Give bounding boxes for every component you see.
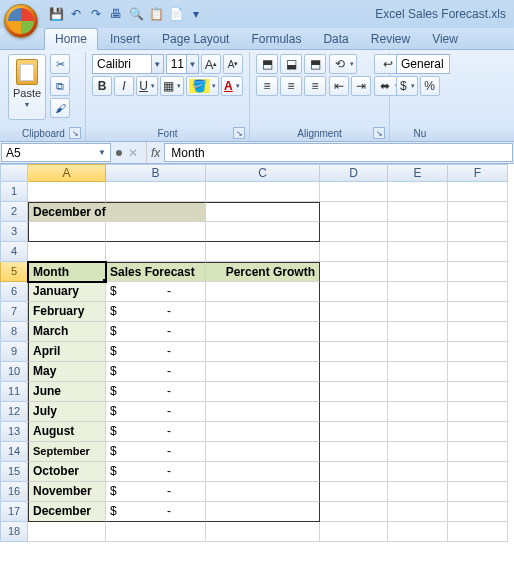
cell[interactable]: $-: [106, 282, 206, 302]
cell[interactable]: May: [28, 362, 106, 382]
cell[interactable]: October: [28, 462, 106, 482]
qat-icon-6[interactable]: 📋: [148, 6, 164, 22]
cell[interactable]: September: [28, 442, 106, 462]
cell[interactable]: $-: [106, 502, 206, 522]
redo-icon[interactable]: ↷: [88, 6, 104, 22]
align-top-button[interactable]: ⬒: [256, 54, 278, 74]
cell[interactable]: [106, 222, 206, 242]
cell[interactable]: [28, 242, 106, 262]
cell[interactable]: [206, 462, 320, 482]
align-left-button[interactable]: ≡: [256, 76, 278, 96]
font-launcher[interactable]: ↘: [233, 127, 245, 139]
cell[interactable]: [388, 302, 448, 322]
row-header[interactable]: 14: [0, 442, 28, 462]
percent-button[interactable]: %: [420, 76, 440, 96]
cell[interactable]: [206, 322, 320, 342]
cell[interactable]: [320, 202, 388, 222]
qat-icon-7[interactable]: 📄: [168, 6, 184, 22]
row-header[interactable]: 3: [0, 222, 28, 242]
fill-color-button[interactable]: 🪣: [186, 76, 218, 96]
cell[interactable]: [448, 382, 508, 402]
preview-icon[interactable]: 🔍: [128, 6, 144, 22]
shrink-font-button[interactable]: A▾: [223, 54, 243, 74]
fb-dot-icon[interactable]: [116, 150, 122, 156]
cell[interactable]: [388, 242, 448, 262]
cell[interactable]: [206, 202, 320, 222]
cell[interactable]: [388, 322, 448, 342]
cell[interactable]: [320, 242, 388, 262]
cell[interactable]: [448, 482, 508, 502]
cell[interactable]: June: [28, 382, 106, 402]
save-icon[interactable]: 💾: [48, 6, 64, 22]
cell[interactable]: [320, 402, 388, 422]
cell[interactable]: [206, 482, 320, 502]
cell[interactable]: [206, 402, 320, 422]
cell[interactable]: [206, 442, 320, 462]
tab-insert[interactable]: Insert: [100, 29, 150, 49]
cell[interactable]: [206, 302, 320, 322]
cell-active[interactable]: Month: [28, 262, 106, 282]
number-format-combo[interactable]: General: [396, 54, 450, 74]
tab-home[interactable]: Home: [44, 28, 98, 50]
italic-button[interactable]: I: [114, 76, 134, 96]
cell[interactable]: January: [28, 282, 106, 302]
cell[interactable]: [206, 382, 320, 402]
cell[interactable]: [448, 302, 508, 322]
font-size-combo[interactable]: 11▼: [166, 54, 199, 74]
row-header[interactable]: 4: [0, 242, 28, 262]
cell[interactable]: December: [28, 502, 106, 522]
cell[interactable]: [388, 462, 448, 482]
col-header-b[interactable]: B: [106, 164, 206, 182]
align-right-button[interactable]: ≡: [304, 76, 326, 96]
cell[interactable]: [320, 382, 388, 402]
cell[interactable]: $-: [106, 442, 206, 462]
cell[interactable]: [320, 322, 388, 342]
cell[interactable]: [206, 182, 320, 202]
row-header[interactable]: 13: [0, 422, 28, 442]
paste-button[interactable]: Paste ▼: [8, 54, 46, 120]
cell[interactable]: $-: [106, 462, 206, 482]
tab-review[interactable]: Review: [361, 29, 420, 49]
align-center-button[interactable]: ≡: [280, 76, 302, 96]
cell[interactable]: [106, 242, 206, 262]
cell[interactable]: [320, 222, 388, 242]
cell[interactable]: [320, 182, 388, 202]
cell[interactable]: [28, 222, 106, 242]
cell[interactable]: [388, 342, 448, 362]
cell[interactable]: [206, 342, 320, 362]
cell[interactable]: August: [28, 422, 106, 442]
cell[interactable]: [206, 362, 320, 382]
cell[interactable]: $-: [106, 302, 206, 322]
increase-indent-button[interactable]: ⇥: [351, 76, 371, 96]
tab-view[interactable]: View: [422, 29, 468, 49]
cell[interactable]: [448, 282, 508, 302]
col-header-a[interactable]: A: [28, 164, 106, 182]
cell[interactable]: $-: [106, 342, 206, 362]
row-header[interactable]: 17: [0, 502, 28, 522]
alignment-launcher[interactable]: ↘: [373, 127, 385, 139]
row-header[interactable]: 7: [0, 302, 28, 322]
cell[interactable]: [388, 182, 448, 202]
cell[interactable]: November: [28, 482, 106, 502]
grow-font-button[interactable]: A▴: [201, 54, 221, 74]
qat-customize-icon[interactable]: ▾: [188, 6, 204, 22]
cell[interactable]: July: [28, 402, 106, 422]
fx-icon[interactable]: fx: [146, 142, 164, 163]
col-header-f[interactable]: F: [448, 164, 508, 182]
cell[interactable]: April: [28, 342, 106, 362]
row-header[interactable]: 6: [0, 282, 28, 302]
cell[interactable]: [388, 262, 448, 282]
cell[interactable]: Sales Forecast: [106, 262, 206, 282]
cell[interactable]: [320, 342, 388, 362]
cell[interactable]: [206, 242, 320, 262]
cell[interactable]: [388, 522, 448, 542]
cell[interactable]: [448, 222, 508, 242]
select-all-corner[interactable]: [0, 164, 28, 182]
cell[interactable]: [388, 482, 448, 502]
cell[interactable]: [448, 342, 508, 362]
cell[interactable]: [206, 502, 320, 522]
tab-formulas[interactable]: Formulas: [241, 29, 311, 49]
cell[interactable]: [206, 282, 320, 302]
col-header-c[interactable]: C: [206, 164, 320, 182]
cell[interactable]: [388, 502, 448, 522]
